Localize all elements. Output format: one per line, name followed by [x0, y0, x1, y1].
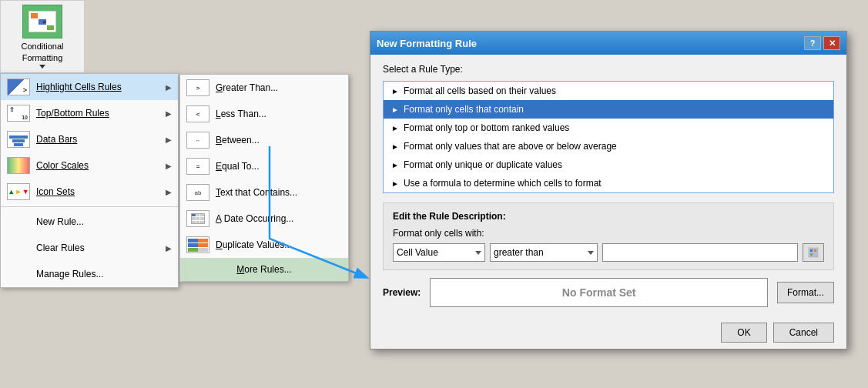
rule-type-list: ► Format all cells based on their values… [383, 81, 834, 193]
submenu-equalto[interactable]: = Equal To... [180, 153, 348, 179]
preview-box: No Format Set [430, 278, 768, 307]
dateoccurring-icon [186, 210, 209, 227]
topbottom-label: Top/Bottom Rules [36, 108, 166, 119]
dialog-help-button[interactable]: ? [804, 36, 821, 50]
colorscales-arrow: ▶ [166, 162, 172, 170]
format-cells-with-label: Format only cells with: [393, 228, 824, 239]
submenu-dateoccurring[interactable]: A Date Occurring... [180, 206, 348, 232]
dateoccurring-label: A Date Occurring... [216, 213, 293, 224]
rule-item-topbottom[interactable]: ► Format only top or bottom ranked value… [384, 119, 833, 137]
menu-item-newrule[interactable]: New Rule... [1, 209, 178, 235]
svg-rect-2 [810, 249, 813, 252]
dialog-titlebar: New Formatting Rule ? ✕ [370, 32, 846, 55]
databars-label: Data Bars [36, 134, 166, 145]
submenu-textcontains[interactable]: ab Text that Contains... [180, 179, 348, 206]
rule-item-abovebelow[interactable]: ► Format only values that are above or b… [384, 137, 833, 156]
highlight-arrow: ▶ [166, 83, 172, 92]
submenu-lessthan[interactable]: < Less Than... [180, 101, 348, 127]
svg-rect-3 [814, 249, 816, 252]
dialog-new-formatting-rule: New Formatting Rule ? ✕ Select a Rule Ty… [370, 31, 847, 350]
greaterthan-icon: > [186, 79, 209, 96]
dialog-content: Select a Rule Type: ► Format all cells b… [370, 55, 846, 316]
value-picker-button[interactable] [803, 243, 824, 262]
morerules-label: More Rules... [236, 264, 291, 275]
format-row: Cell Value greater than [393, 243, 824, 262]
clearrules-icon [7, 239, 30, 256]
operator-dropdown[interactable]: greater than [490, 243, 598, 262]
submenu-between[interactable]: ↔ Between... [180, 127, 348, 153]
lessthan-icon: < [186, 105, 209, 122]
cell-value-dropdown[interactable]: Cell Value [393, 243, 485, 262]
menu-item-highlight[interactable]: > Highlight Cells Rules ▶ [1, 74, 178, 100]
submenu-duplicatevalues[interactable]: Duplicate Values... [180, 232, 348, 258]
menu-item-clearrules[interactable]: Clear Rules ▶ [1, 235, 178, 261]
menu-item-managerules[interactable]: Manage Rules... [1, 261, 178, 287]
colorscales-label: Color Scales [36, 160, 166, 171]
dialog-close-button[interactable]: ✕ [823, 36, 840, 50]
equalto-label: Equal To... [216, 161, 260, 172]
menu-level2: > Greater Than... < Less Than... ↔ Betwe… [179, 74, 349, 282]
menu-item-colorscales[interactable]: Color Scales ▶ [1, 152, 178, 179]
managerules-icon [7, 266, 30, 283]
lessthan-label: Less Than... [216, 109, 266, 119]
menu-level1: > Highlight Cells Rules ▶ ⇧ 10 Top/Botto… [0, 73, 179, 288]
menu-item-iconsets[interactable]: ▲ ► ▼ Icon Sets ▶ [1, 179, 178, 205]
submenu-morerules[interactable]: More Rules... [180, 258, 348, 281]
edit-rule-section: Edit the Rule Description: Format only c… [383, 202, 834, 270]
cell-value-caret [475, 251, 481, 255]
preview-text: No Format Set [562, 286, 636, 299]
divider-1 [1, 206, 178, 207]
duplicatevalues-label: Duplicate Values... [216, 239, 292, 250]
greaterthan-label: Greater Than... [216, 82, 278, 93]
cell-value-selected: Cell Value [397, 247, 438, 258]
svg-rect-4 [810, 253, 813, 256]
operator-selected: greater than [494, 247, 544, 258]
topbottom-arrow: ▶ [166, 109, 172, 118]
textcontains-icon: ab [186, 184, 209, 201]
textcontains-label: Text that Contains... [216, 187, 297, 198]
edit-rule-label: Edit the Rule Description: [393, 211, 824, 222]
format-button[interactable]: Format... [777, 282, 834, 303]
picker-icon [808, 247, 819, 258]
svg-rect-1 [809, 248, 818, 257]
cancel-button[interactable]: Cancel [773, 323, 834, 343]
preview-label: Preview: [383, 287, 421, 298]
rule-item-uniqueduplicate[interactable]: ► Format only unique or duplicate values [384, 156, 833, 174]
ok-button[interactable]: OK [721, 323, 766, 343]
menu-item-topbottom[interactable]: ⇧ 10 Top/Bottom Rules ▶ [1, 100, 178, 126]
submenu-greaterthan[interactable]: > Greater Than... [180, 75, 348, 101]
rule-item-cellscontain[interactable]: ► Format only cells that contain [384, 100, 833, 119]
ribbon-icon: ≠ [22, 5, 62, 38]
clearrules-label: Clear Rules [36, 242, 166, 253]
newrule-label: New Rule... [36, 216, 172, 227]
topbottom-icon: ⇧ 10 [7, 105, 30, 122]
operator-caret [588, 251, 594, 255]
colorscales-icon [7, 157, 30, 174]
between-label: Between... [216, 135, 260, 146]
ribbon-label-conditional: Conditional Formatting [21, 42, 63, 62]
iconsets-arrow: ▶ [166, 188, 172, 196]
dialog-controls: ? ✕ [804, 36, 840, 50]
managerules-label: Manage Rules... [36, 269, 172, 279]
duplicatevalues-icon [186, 236, 209, 253]
preview-row: Preview: No Format Set Format... [383, 278, 834, 307]
select-rule-type-label: Select a Rule Type: [383, 64, 834, 75]
iconsets-label: Icon Sets [36, 186, 166, 197]
databars-icon [7, 131, 30, 148]
dialog-footer: OK Cancel [370, 316, 846, 349]
menu-item-databars[interactable]: Data Bars ▶ [1, 126, 178, 152]
highlight-label: Highlight Cells Rules [36, 82, 166, 92]
equalto-icon: = [186, 158, 209, 175]
newrule-icon [7, 213, 30, 230]
rule-item-allcells[interactable]: ► Format all cells based on their values [384, 82, 833, 100]
clearrules-arrow: ▶ [166, 244, 172, 253]
conditional-formatting-button[interactable]: ≠ Conditional Formatting [0, 0, 85, 73]
rule-item-formula[interactable]: ► Use a formula to determine which cells… [384, 174, 833, 192]
databars-arrow: ▶ [166, 135, 172, 144]
value-input[interactable] [602, 243, 798, 262]
dialog-title: New Formatting Rule [377, 38, 477, 49]
iconsets-icon: ▲ ► ▼ [7, 183, 30, 200]
highlight-icon: > [7, 79, 30, 95]
between-icon: ↔ [186, 132, 209, 149]
